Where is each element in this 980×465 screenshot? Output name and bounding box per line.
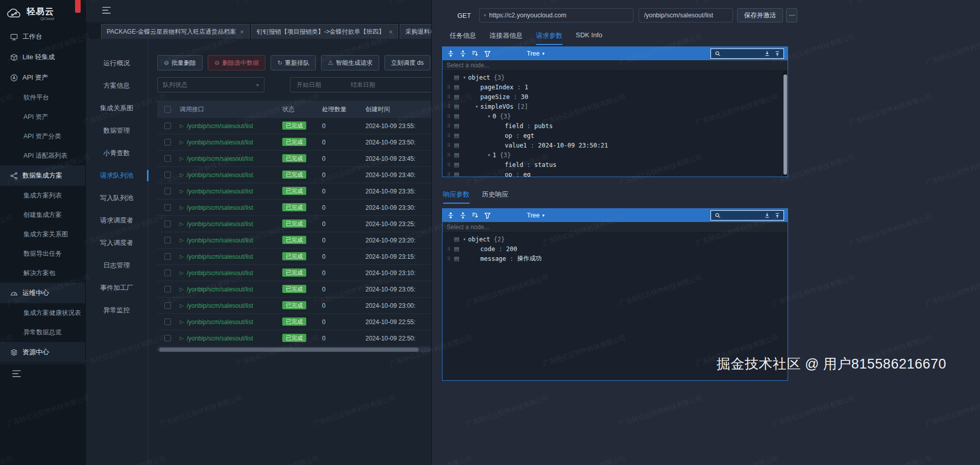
sidebar-item[interactable]: 软件平台 xyxy=(0,88,85,107)
menu-fold-icon[interactable] xyxy=(102,7,111,16)
row-checkbox[interactable] xyxy=(164,188,171,194)
toolbar-button[interactable]: ⊖批量删除 xyxy=(157,55,203,70)
row-checkbox[interactable] xyxy=(164,139,171,145)
row-checkbox[interactable] xyxy=(164,172,171,178)
node-menu-icon[interactable]: ▤ xyxy=(452,171,461,177)
row-checkbox[interactable] xyxy=(164,302,171,309)
tree-node[interactable]: ⠿▤field : pubts xyxy=(443,121,788,131)
drag-handle-icon[interactable]: ⠿ xyxy=(446,133,452,138)
collapse-arrow-icon[interactable]: ▾ xyxy=(485,152,493,158)
tree-node[interactable]: ⠿▤▾0{3} xyxy=(443,111,788,121)
collapse-arrow-icon[interactable]: ▾ xyxy=(461,75,468,80)
sidebar-item[interactable]: 数据集成方案 xyxy=(0,165,85,186)
tree-node[interactable]: ⠿▤value1 : 2024-10-09 23:50:21 xyxy=(443,140,788,150)
sidebar-item[interactable]: API 资产 xyxy=(0,107,85,127)
node-menu-icon[interactable]: ▤ xyxy=(452,246,461,252)
response-tab[interactable]: 响应参数 xyxy=(443,190,470,204)
tree-node[interactable]: ⠿▤▾object{2} xyxy=(443,234,788,244)
drag-handle-icon[interactable]: ⠿ xyxy=(446,143,452,148)
scheme-menu-item[interactable]: 方案信息 xyxy=(86,75,148,97)
menu-toggle-icon[interactable] xyxy=(12,370,21,379)
row-checkbox[interactable] xyxy=(164,319,171,325)
scheme-menu-item[interactable]: 事件加工厂 xyxy=(86,277,148,299)
toolbar-button[interactable]: ⊖删除选中数据 xyxy=(208,55,265,70)
row-checkbox[interactable] xyxy=(164,204,171,211)
detail-tab[interactable]: 连接器信息 xyxy=(489,31,523,45)
expand-all-icon[interactable] xyxy=(446,211,455,220)
node-value[interactable]: 操作成功 xyxy=(517,254,542,263)
sidebar-item[interactable]: 集成方案列表 xyxy=(0,186,85,205)
tree-node[interactable]: ⠿▤code : 200 xyxy=(443,244,788,254)
node-value[interactable]: egt xyxy=(523,132,534,139)
node-value[interactable]: pubts xyxy=(534,123,553,130)
sidebar-item[interactable]: API 资产 xyxy=(0,67,85,88)
collapse-arrow-icon[interactable]: ▾ xyxy=(485,113,493,119)
api-link[interactable]: /yonbip/scm/salesout/list xyxy=(187,221,253,228)
drag-handle-icon[interactable]: ⠿ xyxy=(446,162,452,167)
scheme-menu-item[interactable]: 写入队列池 xyxy=(86,187,148,209)
scheme-menu-item[interactable]: 运行概况 xyxy=(86,52,148,75)
sidebar-item[interactable]: 创建集成方案 xyxy=(0,205,85,225)
sidebar-item[interactable]: Lite 轻集成 xyxy=(0,47,85,67)
node-value[interactable]: 1 xyxy=(525,84,528,91)
expand-all-icon[interactable] xyxy=(446,50,455,58)
node-menu-icon[interactable]: ▤ xyxy=(452,236,461,242)
method-select[interactable]: GET xyxy=(457,12,471,19)
tree-node[interactable]: ⠿▤▾object{3} xyxy=(443,72,788,82)
node-menu-icon[interactable]: ▤ xyxy=(452,84,461,90)
row-checkbox[interactable] xyxy=(164,286,171,292)
drag-handle-icon[interactable]: ⠿ xyxy=(446,104,452,109)
tree-node[interactable]: ⠿▤field : status xyxy=(443,160,788,169)
node-value[interactable]: 30 xyxy=(521,93,528,101)
scheme-menu-item[interactable]: 写入调度者 xyxy=(86,232,148,254)
sidebar-item[interactable]: API 适配器列表 xyxy=(0,146,85,165)
api-link[interactable]: /yonbip/scm/salesout/list xyxy=(187,172,253,179)
search-prev-icon[interactable] xyxy=(773,211,781,220)
filter-icon[interactable] xyxy=(483,50,492,58)
select-all-checkbox[interactable] xyxy=(164,106,171,113)
drag-handle-icon[interactable]: ⠿ xyxy=(446,94,452,100)
node-menu-icon[interactable]: ▤ xyxy=(452,142,461,149)
node-menu-icon[interactable]: ▤ xyxy=(452,152,461,158)
tree-node[interactable]: ⠿▤pageIndex : 1 xyxy=(443,82,788,92)
sidebar-item[interactable]: API 资产分类 xyxy=(0,127,85,146)
api-link[interactable]: /yonbip/scm/salesout/list xyxy=(187,155,253,162)
row-checkbox[interactable] xyxy=(164,237,171,243)
horizontal-scrollbar[interactable] xyxy=(157,347,431,352)
row-checkbox[interactable] xyxy=(164,270,171,276)
document-tab[interactable]: 钉钉报销【项目报销类】->金蝶付款单【班四】× xyxy=(251,24,399,39)
drag-handle-icon[interactable]: ⠿ xyxy=(446,85,452,90)
toolbar-button[interactable]: ⚠智能生成请求 xyxy=(321,55,379,70)
filter-icon[interactable] xyxy=(483,211,492,220)
node-menu-icon[interactable]: ▤ xyxy=(452,113,461,119)
sidebar-item[interactable]: 解决方案包 xyxy=(0,263,85,283)
node-value[interactable]: 200 xyxy=(506,246,518,253)
close-icon[interactable]: × xyxy=(240,28,244,36)
sidebar-item[interactable]: 工作台 xyxy=(0,27,85,47)
date-range-picker[interactable]: 开始日期 结束日期 xyxy=(290,77,431,92)
row-checkbox[interactable] xyxy=(164,155,171,162)
sidebar-item[interactable]: 集成方案健康状况表 xyxy=(0,303,85,323)
api-link[interactable]: /yonbip/scm/salesout/list xyxy=(187,204,253,211)
sidebar-item[interactable]: 集成方案关系图 xyxy=(0,225,85,244)
detail-tab[interactable]: 任务信息 xyxy=(450,31,476,45)
drag-handle-icon[interactable]: ⠿ xyxy=(446,124,452,129)
api-link[interactable]: /yonbip/scm/salesout/list xyxy=(187,139,253,146)
api-link[interactable]: /yonbip/scm/salesout/list xyxy=(187,237,253,244)
collapse-all-icon[interactable] xyxy=(458,50,467,58)
api-link[interactable]: /yonbip/scm/salesout/list xyxy=(187,188,253,195)
sort-icon[interactable] xyxy=(471,211,479,220)
toolbar-button[interactable]: 立刻调度 ds xyxy=(384,55,430,70)
close-icon[interactable]: × xyxy=(389,28,393,36)
queue-status-select[interactable]: 队列状态 ▾ xyxy=(157,77,264,92)
tree-node[interactable]: ⠿▤pageSize : 30 xyxy=(443,92,788,102)
sidebar-item[interactable]: 资源中心 xyxy=(0,342,85,362)
api-link[interactable]: /yonbip/scm/salesout/list xyxy=(187,286,253,293)
scheme-menu-item[interactable]: 小青查数 xyxy=(86,142,148,164)
search-next-icon[interactable] xyxy=(763,211,771,220)
collapse-arrow-icon[interactable]: ▾ xyxy=(473,104,480,109)
sort-icon[interactable] xyxy=(471,50,479,58)
editor-scroll-thumb[interactable] xyxy=(783,75,787,175)
node-menu-icon[interactable]: ▤ xyxy=(452,161,461,168)
tree-node[interactable]: ⠿▤▾simpleVOs[2] xyxy=(443,102,788,111)
